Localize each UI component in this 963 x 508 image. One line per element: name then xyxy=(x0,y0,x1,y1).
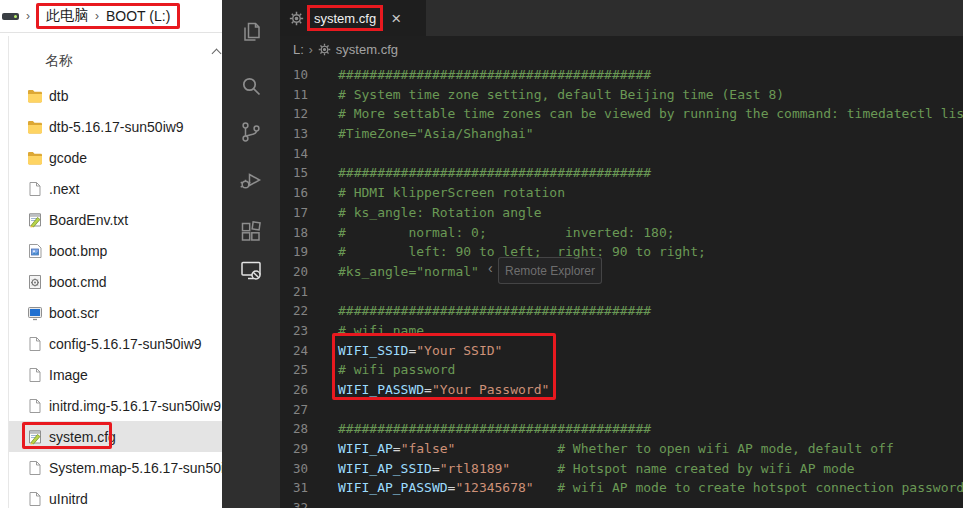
line-content: # wifi password xyxy=(308,360,455,380)
line-number: 17 xyxy=(280,203,308,223)
code-line-15[interactable]: 15######################################… xyxy=(280,163,963,183)
folder-icon xyxy=(27,119,43,135)
line-number: 20 xyxy=(280,262,308,282)
chevron-right-icon: › xyxy=(26,9,30,23)
file-row-boot-bmp[interactable]: boot.bmp xyxy=(9,235,222,266)
file-row-config-5-16-17-sun50iw9[interactable]: config-5.16.17-sun50iw9 xyxy=(9,328,222,359)
search-icon[interactable] xyxy=(239,74,263,98)
code-line-17[interactable]: 17# ks_angle: Rotation angle xyxy=(280,203,963,223)
line-content xyxy=(308,400,338,420)
code-line-24[interactable]: 24WIFI_SSID="Your SSID" xyxy=(280,341,963,361)
file-name: gcode xyxy=(49,150,87,166)
code-line-29[interactable]: 29WIFI_AP="false" # Whether to open wifi… xyxy=(280,439,963,459)
file-row-uinitrd[interactable]: uInitrd xyxy=(9,483,222,508)
line-number: 15 xyxy=(280,163,308,183)
code-line-20[interactable]: 20#ks_angle="normal" xyxy=(280,262,963,282)
tab-bar: system.cfg × xyxy=(280,0,963,36)
column-header-name[interactable]: 名称 xyxy=(45,52,73,70)
line-content: ######################################## xyxy=(308,65,651,85)
breadcrumb-boot-drive[interactable]: BOOT (L:) xyxy=(106,8,170,24)
vscode-window: system.cfg × L: › system.cfg 10#########… xyxy=(222,0,963,508)
line-number: 14 xyxy=(280,144,308,164)
drive-icon xyxy=(2,13,19,20)
chevron-right-icon: › xyxy=(309,43,313,57)
remote-explorer-icon[interactable] xyxy=(239,258,263,282)
tab-systemcfg[interactable]: system.cfg × xyxy=(280,0,426,36)
close-icon[interactable]: × xyxy=(391,10,401,27)
run-debug-icon[interactable] xyxy=(239,168,263,192)
file-name: boot.cmd xyxy=(49,274,107,290)
line-content: # HDMI klipperScreen rotation xyxy=(308,183,565,203)
file-name: dtb-5.16.17-sun50iw9 xyxy=(49,119,184,135)
code-editor[interactable]: 10######################################… xyxy=(280,63,963,508)
line-number: 31 xyxy=(280,478,308,498)
code-line-28[interactable]: 28######################################… xyxy=(280,419,963,439)
code-line-30[interactable]: 30WIFI_AP_SSID="rtl8189" # Hotspot name … xyxy=(280,459,963,479)
file-row-system-cfg[interactable]: system.cfg xyxy=(9,421,222,452)
screen-icon xyxy=(27,305,43,321)
textedit-icon xyxy=(27,212,43,228)
breadcrumb-drive[interactable]: L: xyxy=(293,42,304,57)
code-line-18[interactable]: 18# normal: 0; inverted: 180; xyxy=(280,223,963,243)
line-content: WIFI_AP_SSID="rtl8189" # Hotspot name cr… xyxy=(308,459,855,479)
code-line-31[interactable]: 31WIFI_AP_PASSWD="12345678" # wifi AP mo… xyxy=(280,478,963,498)
file-icon xyxy=(27,460,43,476)
file-row-boot-cmd[interactable]: boot.cmd xyxy=(9,266,222,297)
line-content: WIFI_PASSWD="Your Password" xyxy=(308,380,549,400)
explorer-address-bar: › 此电脑 › BOOT (L:) xyxy=(0,0,222,33)
file-name: BoardEnv.txt xyxy=(49,212,128,228)
line-content: # normal: 0; inverted: 180; xyxy=(308,223,675,243)
line-number: 12 xyxy=(280,104,308,124)
file-row-boardenv-txt[interactable]: BoardEnv.txt xyxy=(9,204,222,235)
code-line-22[interactable]: 22######################################… xyxy=(280,301,963,321)
extensions-icon[interactable] xyxy=(239,220,263,244)
code-line-26[interactable]: 26WIFI_PASSWD="Your Password" xyxy=(280,380,963,400)
code-line-19[interactable]: 19# left: 90 to left; right: 90 to right… xyxy=(280,242,963,262)
file-row--next[interactable]: .next xyxy=(9,173,222,204)
code-line-14[interactable]: 14 xyxy=(280,144,963,164)
files-icon[interactable] xyxy=(239,20,263,44)
folder-icon xyxy=(27,88,43,104)
code-line-10[interactable]: 10######################################… xyxy=(280,65,963,85)
code-line-27[interactable]: 27 xyxy=(280,400,963,420)
line-content: # wifi name xyxy=(308,321,424,341)
gear-icon xyxy=(289,11,304,26)
file-name: .next xyxy=(49,181,79,197)
file-name: boot.bmp xyxy=(49,243,107,259)
code-line-11[interactable]: 11# System time zone setting, default Be… xyxy=(280,85,963,105)
line-content xyxy=(308,498,338,508)
file-row-image[interactable]: Image xyxy=(9,359,222,390)
code-line-23[interactable]: 23# wifi name xyxy=(280,321,963,341)
file-icon xyxy=(27,181,43,197)
file-row-dtb[interactable]: dtb xyxy=(9,80,222,111)
line-number: 19 xyxy=(280,242,308,262)
line-content: ######################################## xyxy=(308,301,651,321)
file-row-system-map-5-16-17-sun50iw9[interactable]: System.map-5.16.17-sun50iw9 xyxy=(9,452,222,483)
line-content: WIFI_AP="false" # Whether to open wifi A… xyxy=(308,439,894,459)
file-name: boot.scr xyxy=(49,305,99,321)
breadcrumb-this-pc[interactable]: 此电脑 xyxy=(46,7,88,25)
code-line-32[interactable]: 32 xyxy=(280,498,963,508)
line-content: WIFI_AP_PASSWD="12345678" # wifi AP mode… xyxy=(308,478,963,498)
code-line-25[interactable]: 25# wifi password xyxy=(280,360,963,380)
line-number: 23 xyxy=(280,321,308,341)
collapse-chevron-icon[interactable]: ‹ xyxy=(488,260,493,276)
breadcrumb-file[interactable]: system.cfg xyxy=(336,42,398,57)
code-line-12[interactable]: 12# More settable time zones can be view… xyxy=(280,104,963,124)
tooltip-label: Remote Explorer xyxy=(505,264,595,278)
file-name: config-5.16.17-sun50iw9 xyxy=(49,336,202,352)
code-line-21[interactable]: 21 xyxy=(280,282,963,302)
file-icon xyxy=(27,336,43,352)
file-name: Image xyxy=(49,367,88,383)
file-row-initrd-img-5-16-17-sun50iw9[interactable]: initrd.img-5.16.17-sun50iw9 xyxy=(9,390,222,421)
folder-icon xyxy=(27,150,43,166)
file-row-boot-scr[interactable]: boot.scr xyxy=(9,297,222,328)
code-line-16[interactable]: 16# HDMI klipperScreen rotation xyxy=(280,183,963,203)
source-control-icon[interactable] xyxy=(239,120,263,144)
code-line-13[interactable]: 13#TimeZone="Asia/Shanghai" xyxy=(280,124,963,144)
line-number: 13 xyxy=(280,124,308,144)
line-number: 25 xyxy=(280,360,308,380)
file-row-dtb-5-16-17-sun50iw9[interactable]: dtb-5.16.17-sun50iw9 xyxy=(9,111,222,142)
file-row-gcode[interactable]: gcode xyxy=(9,142,222,173)
scroll-up-arrow[interactable] xyxy=(212,48,221,57)
